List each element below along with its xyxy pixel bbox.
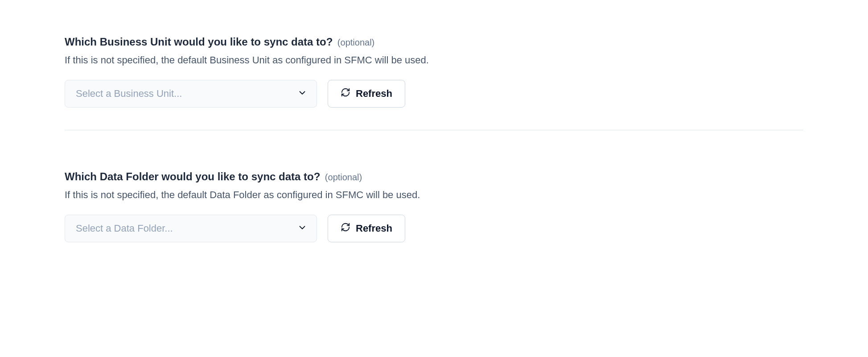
business-unit-description: If this is not specified, the default Bu… (65, 53, 803, 67)
data-folder-description: If this is not specified, the default Da… (65, 187, 803, 202)
section-divider (65, 130, 803, 130)
refresh-button-label: Refresh (356, 88, 392, 100)
data-folder-header: Which Data Folder would you like to sync… (65, 170, 803, 183)
data-folder-select[interactable] (65, 215, 317, 242)
data-folder-select-wrapper (65, 215, 317, 242)
optional-tag: (optional) (337, 37, 374, 47)
optional-tag: (optional) (325, 172, 362, 182)
refresh-button-label: Refresh (356, 223, 392, 234)
refresh-icon (341, 222, 350, 235)
business-unit-title: Which Business Unit would you like to sy… (65, 36, 333, 48)
business-unit-select[interactable] (65, 80, 317, 108)
data-folder-refresh-button[interactable]: Refresh (328, 215, 405, 242)
business-unit-select-wrapper (65, 80, 317, 108)
data-folder-controls: Refresh (65, 215, 803, 242)
refresh-icon (341, 87, 350, 100)
business-unit-section: Which Business Unit would you like to sy… (65, 36, 803, 108)
business-unit-header: Which Business Unit would you like to sy… (65, 36, 803, 48)
business-unit-refresh-button[interactable]: Refresh (328, 80, 405, 108)
data-folder-title: Which Data Folder would you like to sync… (65, 170, 320, 183)
business-unit-controls: Refresh (65, 80, 803, 108)
data-folder-section: Which Data Folder would you like to sync… (65, 170, 803, 242)
